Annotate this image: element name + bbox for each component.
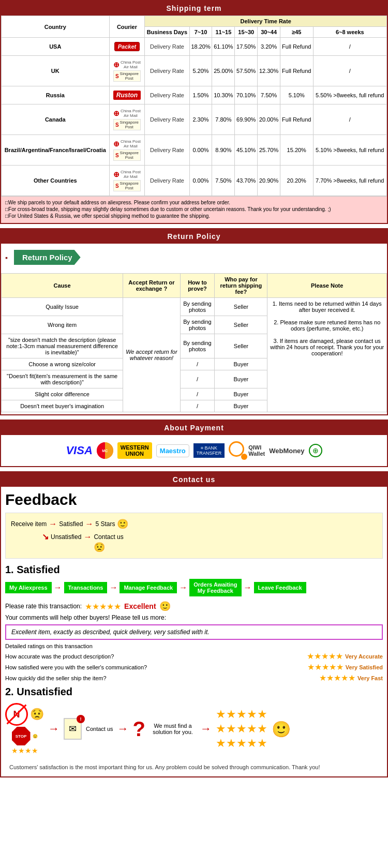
return-cause-header: Cause: [2, 274, 123, 298]
col-15-30: 15~30: [235, 27, 258, 38]
return-pay-cell: Buyer: [215, 358, 267, 370]
steps-row: My Aliexpress → Transactions → Manage Fe…: [5, 579, 383, 596]
arrow-to-satisfied: →: [49, 519, 57, 529]
rating-stars: ★★★★★: [319, 673, 355, 683]
payment-header: About Payment: [1, 421, 387, 435]
return-prove-cell: By sending photos: [180, 298, 215, 316]
frown-smiley: 😟: [94, 542, 105, 553]
visa-logo: VISA: [66, 444, 92, 457]
excellent-smiley: 🙂: [159, 601, 171, 612]
rating-quality: Very Fast: [357, 675, 383, 681]
no-circle: N: [5, 703, 28, 726]
shipping-rate-cell: 12.30%: [258, 56, 280, 86]
return-table: Cause Accept Return or exchange ? How to…: [1, 273, 387, 412]
shipping-rate-cell: 17.50%: [235, 38, 258, 56]
step-orders-awaiting[interactable]: Orders AwaitingMy Feedback: [189, 579, 241, 596]
col-6-8-weeks: 6~8 weeks: [313, 27, 387, 38]
contact-us-label: Contact us: [86, 726, 113, 732]
unsatisfied-label: Unsatisfied: [51, 533, 81, 541]
shipping-rate-cell: 7.80%: [212, 104, 235, 135]
return-prove-cell: /: [180, 400, 215, 412]
rating-quality: Very Satisfied: [346, 664, 383, 670]
rating-stars: ★★★★★: [307, 651, 343, 661]
step-leave-feedback[interactable]: Leave Feedback: [254, 582, 306, 593]
no-stop-group: N 😟 STOP 😟 ★★★★: [5, 703, 44, 755]
question-group: ?: [133, 719, 145, 739]
col-45: ≥45: [280, 27, 314, 38]
return-pay-cell: Seller: [215, 316, 267, 334]
shipping-rate-cell: /: [313, 38, 387, 56]
shipping-rate-cell: 45.10%: [235, 135, 258, 166]
return-prove-header: How to prove?: [180, 274, 215, 298]
flow-receive-row: Receive item → Satisfied → 5 Stars 🙂: [11, 518, 377, 530]
country-cell: Canada: [2, 104, 110, 135]
bank-transfer-logo: ≡ BANK TRANSFER: [193, 443, 225, 458]
return-cause-cell: Choose a wrong size/color: [2, 358, 123, 370]
solution-text: We must find a solution for you.: [150, 723, 196, 735]
unsatisfied-arrow: ↘: [42, 532, 49, 542]
step-arrow-4: →: [244, 583, 252, 592]
return-pay-header: Who pay for return shipping fee?: [215, 274, 267, 298]
frown-icon: 😟: [30, 708, 44, 721]
col-7-10: 7~10: [189, 27, 212, 38]
step-manage-feedback[interactable]: Manage Feedback: [120, 582, 177, 593]
return-cause-cell: Doesn't meet buyer's imagination: [2, 400, 123, 412]
shipping-rate-cell: 2.30%: [189, 104, 212, 135]
maestro-logo: Maestro: [156, 444, 189, 457]
arrow-to-contact: →: [83, 532, 92, 542]
country-cell: Russia: [2, 86, 110, 104]
rating-row: How satisfied were you with the seller's…: [5, 662, 383, 672]
return-pay-cell: Seller: [215, 298, 267, 316]
webmoney-logo: WebMoney: [269, 447, 304, 455]
ratings-rows: How accurate was the product description…: [5, 651, 383, 683]
shipping-rate-cell: 25.00%: [212, 56, 235, 86]
shipping-rate-cell: 20.90%: [258, 166, 280, 196]
return-policy-header: Return Policy: [1, 229, 387, 244]
footer-text: Customers' satisfaction is the most impo…: [5, 760, 383, 774]
return-banner: Return Policy: [14, 250, 81, 265]
shipping-rate-cell: 5.20%: [189, 56, 212, 86]
country-cell: UK: [2, 56, 110, 86]
shipping-rate-cell: 7.50%: [212, 166, 235, 196]
delivery-rate-label: Delivery Rate: [145, 135, 189, 166]
country-cell: USA: [2, 38, 110, 56]
shipping-note-1: □We ship parcels to your default address…: [5, 200, 383, 205]
flow-frown-row: 😟: [94, 542, 377, 553]
step-my-aliexpress[interactable]: My Aliexpress: [5, 582, 52, 593]
question-mark: ?: [133, 719, 145, 739]
shipping-rate-cell: 3.20%: [258, 38, 280, 56]
shipping-table: Country Courier Delivery Time Rate Busin…: [1, 16, 387, 196]
rating-label: How satisfied were you with the seller's…: [5, 664, 307, 670]
shipping-rate-cell: Full Refund: [280, 38, 314, 56]
satisfied-label: Satisfied: [59, 520, 83, 528]
return-note-header: Please Note: [267, 274, 387, 298]
rating-row: How accurate was the product description…: [5, 651, 383, 661]
frown-small: 😟: [33, 734, 38, 739]
return-accept-cell: We accept return for whatever reason!: [123, 298, 180, 412]
payment-logos: VISA MC WESTERN UNION Maestro ≡ BANK TRA…: [1, 435, 387, 466]
excellent-label: Excellent: [124, 602, 156, 610]
big-stars-row3: ★★★★★: [216, 737, 267, 750]
contact-label: Contact us: [94, 533, 123, 541]
feedback-area: Feedback Receive item → Satisfied → 5 St…: [1, 487, 387, 776]
unsatisfied-flow: N 😟 STOP 😟 ★★★★ → ✉ ! Contact us →: [5, 703, 383, 755]
courier-cell: ⊕ China PostAir Mail S SingaporePost: [109, 56, 145, 86]
step-arrow-1: →: [54, 583, 62, 592]
shipping-rate-cell: 8.90%: [212, 135, 235, 166]
shipping-rate-cell: 7.50%: [258, 86, 280, 104]
step-transactions[interactable]: Transactions: [64, 582, 108, 593]
return-cause-cell: Wrong item: [2, 316, 123, 334]
shipping-rate-cell: 20.20%: [280, 166, 314, 196]
unsatisfied-flow-arrow3: →: [200, 722, 212, 736]
return-pay-cell: Buyer: [215, 370, 267, 388]
return-prove-cell: /: [180, 358, 215, 370]
shipping-rate-cell: 20.00%: [258, 104, 280, 135]
big-stars-row2: ★★★★★: [216, 722, 267, 736]
courier-cell: ⊕ China PostAir Mail S SingaporePost: [109, 166, 145, 196]
example-comment: Excellent item, exactly as described, qu…: [5, 624, 383, 640]
rate-row: Please rate this transaction: ★★★★★ Exce…: [5, 601, 383, 612]
shipping-rate-cell: 57.50%: [235, 56, 258, 86]
courier-cell: Packet: [109, 38, 145, 56]
webmoney-icon: ⊕: [309, 444, 322, 457]
comment-prompt: Your comments will help other buyers! Pl…: [5, 614, 383, 621]
